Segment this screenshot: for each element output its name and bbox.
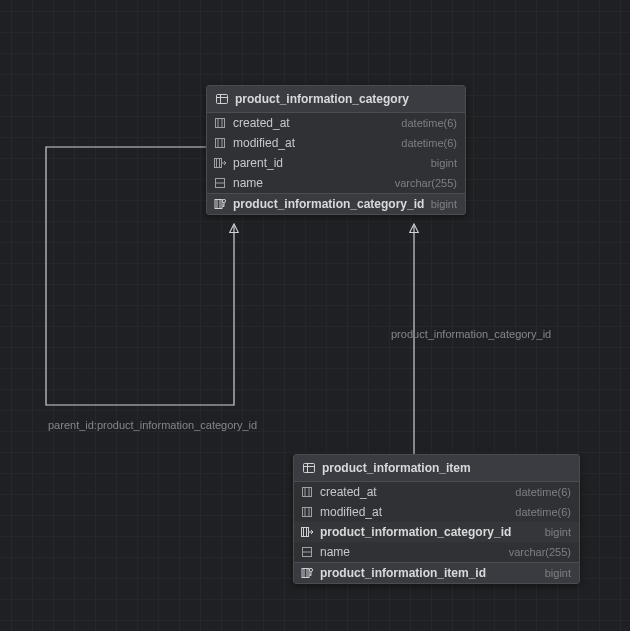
svg-rect-4 bbox=[218, 119, 222, 128]
column-row[interactable]: modified_at datetime(6) bbox=[294, 502, 579, 522]
table-product-information-category[interactable]: product_information_category created_at … bbox=[206, 85, 466, 215]
column-type: datetime(6) bbox=[515, 506, 571, 518]
svg-rect-6 bbox=[218, 139, 222, 148]
pk-row[interactable]: product_information_item_id bigint bbox=[294, 562, 579, 583]
column-row[interactable]: parent_id bigint bbox=[207, 153, 465, 173]
column-type: bigint bbox=[431, 198, 457, 210]
column-name: parent_id bbox=[233, 156, 283, 170]
pk-column-icon bbox=[300, 566, 314, 580]
column-name: modified_at bbox=[233, 136, 295, 150]
pk-row[interactable]: product_information_category_id bigint bbox=[207, 193, 465, 214]
table-header[interactable]: product_information_category bbox=[207, 86, 465, 113]
column-row[interactable]: name varchar(255) bbox=[294, 542, 579, 562]
column-type: varchar(255) bbox=[395, 177, 457, 189]
table-title: product_information_item bbox=[322, 461, 471, 475]
svg-rect-22 bbox=[304, 528, 307, 537]
column-row[interactable]: product_information_category_id bigint bbox=[294, 522, 579, 542]
column-type: bigint bbox=[545, 526, 571, 538]
relation-label-self: parent_id:product_information_category_i… bbox=[48, 419, 257, 431]
column-icon bbox=[300, 485, 314, 499]
svg-rect-5 bbox=[216, 139, 225, 148]
svg-rect-3 bbox=[216, 119, 225, 128]
column-icon bbox=[213, 136, 227, 150]
svg-rect-12 bbox=[217, 200, 220, 209]
diagram-canvas[interactable]: parent_id:product_information_category_i… bbox=[0, 0, 630, 631]
column-type: bigint bbox=[545, 567, 571, 579]
svg-rect-7 bbox=[215, 159, 222, 168]
column-icon bbox=[300, 505, 314, 519]
svg-rect-8 bbox=[217, 159, 220, 168]
column-row[interactable]: created_at datetime(6) bbox=[294, 482, 579, 502]
column-icon bbox=[213, 116, 227, 130]
svg-rect-0 bbox=[217, 95, 228, 104]
column-icon bbox=[300, 545, 314, 559]
column-type: datetime(6) bbox=[515, 486, 571, 498]
relation-label-fk: product_information_category_id bbox=[391, 328, 551, 340]
column-name: product_information_category_id bbox=[320, 525, 511, 539]
svg-rect-26 bbox=[304, 569, 307, 578]
svg-rect-25 bbox=[302, 569, 309, 578]
column-type: datetime(6) bbox=[401, 117, 457, 129]
svg-point-13 bbox=[222, 199, 225, 202]
pk-column-icon bbox=[213, 197, 227, 211]
column-name: name bbox=[320, 545, 350, 559]
column-name: product_information_category_id bbox=[233, 197, 424, 211]
svg-rect-19 bbox=[303, 508, 312, 517]
column-type: varchar(255) bbox=[509, 546, 571, 558]
svg-point-27 bbox=[309, 568, 312, 571]
svg-rect-21 bbox=[302, 528, 309, 537]
svg-rect-20 bbox=[305, 508, 309, 517]
svg-rect-11 bbox=[215, 200, 222, 209]
column-row[interactable]: name varchar(255) bbox=[207, 173, 465, 193]
column-type: datetime(6) bbox=[401, 137, 457, 149]
column-icon bbox=[213, 176, 227, 190]
fk-column-icon bbox=[213, 156, 227, 170]
table-title: product_information_category bbox=[235, 92, 409, 106]
column-row[interactable]: modified_at datetime(6) bbox=[207, 133, 465, 153]
table-icon bbox=[215, 92, 229, 106]
svg-rect-17 bbox=[303, 488, 312, 497]
table-product-information-item[interactable]: product_information_item created_at date… bbox=[293, 454, 580, 584]
column-name: modified_at bbox=[320, 505, 382, 519]
column-name: product_information_item_id bbox=[320, 566, 486, 580]
column-name: created_at bbox=[320, 485, 377, 499]
svg-rect-14 bbox=[304, 464, 315, 473]
column-type: bigint bbox=[431, 157, 457, 169]
column-name: created_at bbox=[233, 116, 290, 130]
table-icon bbox=[302, 461, 316, 475]
svg-rect-18 bbox=[305, 488, 309, 497]
column-name: name bbox=[233, 176, 263, 190]
table-header[interactable]: product_information_item bbox=[294, 455, 579, 482]
column-row[interactable]: created_at datetime(6) bbox=[207, 113, 465, 133]
fk-column-icon bbox=[300, 525, 314, 539]
